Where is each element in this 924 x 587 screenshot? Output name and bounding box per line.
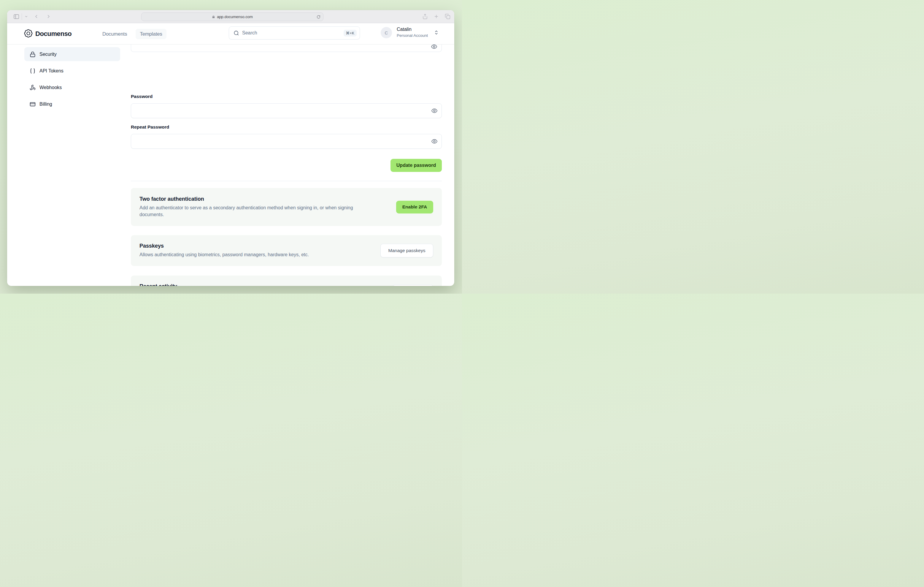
sidebar-item-label: Billing bbox=[40, 102, 52, 107]
avatar: C bbox=[381, 27, 392, 38]
repeat-password-input[interactable] bbox=[131, 134, 442, 149]
browser-window: app.documenso.com bbox=[7, 10, 454, 286]
password-field bbox=[131, 103, 442, 118]
search-icon bbox=[234, 30, 239, 36]
repeat-password-field bbox=[131, 134, 442, 149]
refresh-icon[interactable] bbox=[317, 15, 320, 19]
eye-icon[interactable] bbox=[431, 137, 438, 145]
sidebar-item-webhooks[interactable]: Webhooks bbox=[24, 81, 120, 94]
enable-2fa-button[interactable]: Enable 2FA bbox=[396, 201, 433, 213]
url-text: app.documenso.com bbox=[217, 15, 253, 19]
sidebar-item-label: Security bbox=[40, 52, 57, 57]
chevron-down-icon[interactable] bbox=[24, 15, 28, 18]
sidebar-item-billing[interactable]: Billing bbox=[24, 97, 120, 111]
account-type: Personal Account bbox=[397, 33, 428, 38]
toolbar-left-group bbox=[13, 10, 51, 23]
toolbar-right-group bbox=[422, 10, 450, 23]
search-shortcut-badge: ⌘+K bbox=[343, 30, 356, 36]
update-password-button[interactable]: Update password bbox=[391, 159, 442, 172]
two-factor-text: Two factor authentication Add an authent… bbox=[139, 196, 359, 218]
lock-icon bbox=[212, 15, 215, 19]
search-input[interactable] bbox=[242, 30, 343, 36]
browser-toolbar: app.documenso.com bbox=[7, 10, 454, 23]
two-factor-title: Two factor authentication bbox=[139, 196, 359, 202]
new-tab-icon[interactable] bbox=[434, 14, 439, 19]
documenso-logo[interactable]: Documenso bbox=[24, 23, 71, 45]
chevrons-up-down-icon bbox=[434, 30, 439, 35]
credit-card-icon bbox=[30, 101, 36, 107]
current-password-field-partial[interactable] bbox=[131, 45, 442, 52]
passkeys-text: Passkeys Allows authenticating using bio… bbox=[139, 243, 309, 258]
sidebar-item-label: Webhooks bbox=[40, 85, 62, 90]
back-icon[interactable] bbox=[33, 14, 39, 19]
sidebar-item-api-tokens[interactable]: API Tokens bbox=[24, 64, 120, 78]
search-bar[interactable]: ⌘+K bbox=[229, 26, 360, 40]
password-input[interactable] bbox=[131, 103, 442, 118]
sidebar-toggle-icon[interactable] bbox=[13, 13, 20, 20]
password-label: Password bbox=[131, 94, 152, 99]
webhook-icon bbox=[30, 84, 36, 91]
eye-icon[interactable] bbox=[431, 107, 438, 115]
documenso-logo-icon bbox=[24, 29, 33, 39]
recent-activity-text: Recent activity View all recent security… bbox=[139, 283, 254, 286]
manage-passkeys-button[interactable]: Manage passkeys bbox=[380, 244, 433, 258]
logo-text: Documenso bbox=[35, 30, 71, 38]
recent-activity-card: Recent activity View all recent security… bbox=[131, 276, 442, 286]
passkeys-card: Passkeys Allows authenticating using bio… bbox=[131, 235, 442, 266]
two-factor-card: Two factor authentication Add an authent… bbox=[131, 188, 442, 226]
repeat-password-label: Repeat Password bbox=[131, 124, 169, 130]
account-menu[interactable]: C Catalin Personal Account bbox=[381, 25, 442, 40]
address-bar[interactable]: app.documenso.com bbox=[141, 12, 323, 21]
forward-icon[interactable] bbox=[46, 14, 51, 19]
passkeys-description: Allows authenticating using biometrics, … bbox=[139, 251, 309, 258]
recent-activity-title: Recent activity bbox=[139, 283, 254, 286]
eye-icon[interactable] bbox=[430, 45, 438, 50]
section-divider bbox=[131, 181, 442, 181]
sidebar-item-security[interactable]: Security bbox=[24, 47, 120, 61]
tab-overview-icon[interactable] bbox=[445, 14, 450, 19]
account-name: Catalin bbox=[397, 27, 412, 32]
toolbar-divider bbox=[21, 13, 22, 20]
nav-templates[interactable]: Templates bbox=[135, 29, 166, 39]
view-activity-button[interactable]: View activity bbox=[393, 284, 433, 286]
lock-icon bbox=[30, 51, 36, 57]
braces-icon bbox=[30, 68, 36, 74]
sidebar-item-label: API Tokens bbox=[40, 68, 63, 74]
share-icon[interactable] bbox=[422, 14, 428, 19]
nav-documents[interactable]: Documents bbox=[98, 29, 131, 39]
main-nav: Documents Templates bbox=[98, 23, 167, 45]
passkeys-title: Passkeys bbox=[139, 243, 309, 249]
two-factor-description: Add an authenticator to serve as a secon… bbox=[139, 204, 359, 218]
